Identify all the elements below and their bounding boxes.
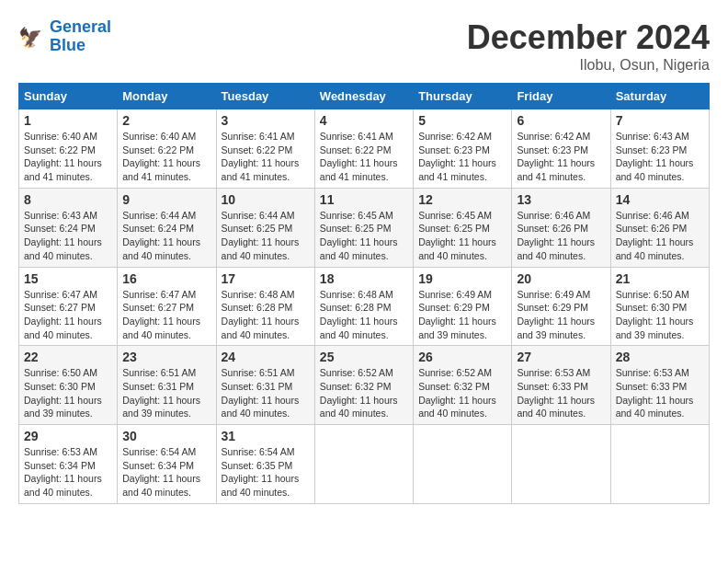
day-number: 12 [418,192,506,207]
week-row-3: 15Sunrise: 6:47 AM Sunset: 6:27 PM Dayli… [19,267,710,346]
calendar-cell: 8Sunrise: 6:43 AM Sunset: 6:24 PM Daylig… [19,188,118,267]
logo-icon: 🦅 [18,23,46,51]
day-number: 3 [222,113,310,128]
calendar-cell: 9Sunrise: 6:44 AM Sunset: 6:24 PM Daylig… [118,188,216,267]
day-info: Sunrise: 6:48 AM Sunset: 6:28 PM Dayligh… [222,288,310,342]
day-info: Sunrise: 6:49 AM Sunset: 6:29 PM Dayligh… [418,288,506,342]
calendar-cell [610,425,709,504]
day-number: 20 [517,271,605,286]
day-info: Sunrise: 6:54 AM Sunset: 6:34 PM Dayligh… [122,445,210,500]
day-info: Sunrise: 6:53 AM Sunset: 6:33 PM Dayligh… [517,366,605,420]
calendar-cell [414,425,512,504]
day-number: 6 [517,113,605,128]
day-info: Sunrise: 6:45 AM Sunset: 6:25 PM Dayligh… [320,209,408,263]
day-info: Sunrise: 6:40 AM Sunset: 6:22 PM Dayligh… [24,130,112,184]
day-info: Sunrise: 6:46 AM Sunset: 6:26 PM Dayligh… [616,209,704,263]
day-info: Sunrise: 6:53 AM Sunset: 6:34 PM Dayligh… [24,445,112,500]
day-number: 18 [320,271,408,286]
day-info: Sunrise: 6:54 AM Sunset: 6:35 PM Dayligh… [222,445,310,500]
week-row-4: 22Sunrise: 6:50 AM Sunset: 6:30 PM Dayli… [19,346,710,425]
calendar-cell: 5Sunrise: 6:42 AM Sunset: 6:23 PM Daylig… [414,109,512,189]
day-info: Sunrise: 6:42 AM Sunset: 6:23 PM Dayligh… [517,130,605,184]
calendar-cell: 19Sunrise: 6:49 AM Sunset: 6:29 PM Dayli… [414,267,512,346]
day-header-tuesday: Tuesday [216,84,314,109]
day-info: Sunrise: 6:51 AM Sunset: 6:31 PM Dayligh… [222,366,310,420]
header-row: SundayMondayTuesdayWednesdayThursdayFrid… [19,84,710,109]
calendar-cell: 4Sunrise: 6:41 AM Sunset: 6:22 PM Daylig… [314,109,413,189]
day-header-monday: Monday [118,84,216,109]
day-number: 13 [517,192,605,207]
day-number: 9 [122,192,210,207]
day-header-friday: Friday [512,84,610,109]
day-number: 11 [320,192,408,207]
day-number: 21 [616,271,704,286]
day-number: 31 [222,429,310,443]
calendar-cell: 27Sunrise: 6:53 AM Sunset: 6:33 PM Dayli… [512,346,610,425]
day-header-thursday: Thursday [414,84,512,109]
calendar-cell: 2Sunrise: 6:40 AM Sunset: 6:22 PM Daylig… [118,109,216,189]
day-header-sunday: Sunday [19,84,118,109]
day-info: Sunrise: 6:45 AM Sunset: 6:25 PM Dayligh… [418,209,506,263]
day-number: 29 [24,429,112,443]
calendar-cell: 17Sunrise: 6:48 AM Sunset: 6:28 PM Dayli… [216,267,314,346]
day-info: Sunrise: 6:47 AM Sunset: 6:27 PM Dayligh… [122,288,210,342]
day-info: Sunrise: 6:40 AM Sunset: 6:22 PM Dayligh… [122,130,210,184]
day-number: 25 [320,350,408,364]
logo: 🦅 General Blue [18,18,111,55]
day-number: 17 [222,271,310,286]
day-number: 14 [616,192,704,207]
day-info: Sunrise: 6:42 AM Sunset: 6:23 PM Dayligh… [418,130,506,184]
calendar-cell: 16Sunrise: 6:47 AM Sunset: 6:27 PM Dayli… [118,267,216,346]
day-number: 2 [122,113,210,128]
calendar-cell: 14Sunrise: 6:46 AM Sunset: 6:26 PM Dayli… [610,188,709,267]
calendar-cell: 15Sunrise: 6:47 AM Sunset: 6:27 PM Dayli… [19,267,118,346]
day-number: 1 [24,113,112,128]
calendar-cell: 26Sunrise: 6:52 AM Sunset: 6:32 PM Dayli… [414,346,512,425]
calendar-cell: 21Sunrise: 6:50 AM Sunset: 6:30 PM Dayli… [610,267,709,346]
day-info: Sunrise: 6:43 AM Sunset: 6:23 PM Dayligh… [616,130,704,184]
logo-text: General Blue [50,18,111,55]
day-header-wednesday: Wednesday [314,84,413,109]
day-number: 22 [24,350,112,364]
day-number: 16 [122,271,210,286]
day-number: 10 [222,192,310,207]
day-info: Sunrise: 6:47 AM Sunset: 6:27 PM Dayligh… [24,288,112,342]
day-info: Sunrise: 6:41 AM Sunset: 6:22 PM Dayligh… [320,130,408,184]
day-number: 4 [320,113,408,128]
day-number: 23 [122,350,210,364]
day-info: Sunrise: 6:50 AM Sunset: 6:30 PM Dayligh… [616,288,704,342]
week-row-5: 29Sunrise: 6:53 AM Sunset: 6:34 PM Dayli… [19,425,710,504]
calendar-cell: 31Sunrise: 6:54 AM Sunset: 6:35 PM Dayli… [216,425,314,504]
calendar-cell: 1Sunrise: 6:40 AM Sunset: 6:22 PM Daylig… [19,109,118,189]
day-info: Sunrise: 6:46 AM Sunset: 6:26 PM Dayligh… [517,209,605,263]
calendar-cell: 10Sunrise: 6:44 AM Sunset: 6:25 PM Dayli… [216,188,314,267]
day-info: Sunrise: 6:52 AM Sunset: 6:32 PM Dayligh… [418,366,506,420]
calendar-cell: 25Sunrise: 6:52 AM Sunset: 6:32 PM Dayli… [314,346,413,425]
calendar-cell: 7Sunrise: 6:43 AM Sunset: 6:23 PM Daylig… [610,109,709,189]
calendar-cell: 28Sunrise: 6:53 AM Sunset: 6:33 PM Dayli… [610,346,709,425]
day-number: 5 [418,113,506,128]
calendar-cell [314,425,413,504]
day-info: Sunrise: 6:49 AM Sunset: 6:29 PM Dayligh… [517,288,605,342]
day-info: Sunrise: 6:48 AM Sunset: 6:28 PM Dayligh… [320,288,408,342]
day-header-saturday: Saturday [610,84,709,109]
day-info: Sunrise: 6:44 AM Sunset: 6:24 PM Dayligh… [122,209,210,263]
day-number: 26 [418,350,506,364]
calendar-cell: 18Sunrise: 6:48 AM Sunset: 6:28 PM Dayli… [314,267,413,346]
day-info: Sunrise: 6:50 AM Sunset: 6:30 PM Dayligh… [24,366,112,420]
page-header: 🦅 General Blue December 2024 Ilobu, Osun… [18,18,710,74]
calendar-cell [512,425,610,504]
calendar-cell: 29Sunrise: 6:53 AM Sunset: 6:34 PM Dayli… [19,425,118,504]
day-number: 27 [517,350,605,364]
week-row-1: 1Sunrise: 6:40 AM Sunset: 6:22 PM Daylig… [19,109,710,189]
day-info: Sunrise: 6:44 AM Sunset: 6:25 PM Dayligh… [222,209,310,263]
location: Ilobu, Osun, Nigeria [467,57,710,74]
calendar-cell: 11Sunrise: 6:45 AM Sunset: 6:25 PM Dayli… [314,188,413,267]
day-number: 30 [122,429,210,443]
calendar-cell: 23Sunrise: 6:51 AM Sunset: 6:31 PM Dayli… [118,346,216,425]
day-info: Sunrise: 6:41 AM Sunset: 6:22 PM Dayligh… [222,130,310,184]
calendar-cell: 12Sunrise: 6:45 AM Sunset: 6:25 PM Dayli… [414,188,512,267]
day-number: 24 [222,350,310,364]
day-info: Sunrise: 6:52 AM Sunset: 6:32 PM Dayligh… [320,366,408,420]
day-info: Sunrise: 6:51 AM Sunset: 6:31 PM Dayligh… [122,366,210,420]
